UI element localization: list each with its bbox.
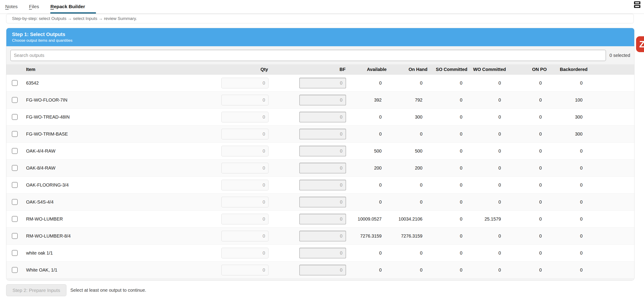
tab-notes-label: otes [8,4,18,9]
on-hand-value: 7276.3159 [387,234,428,239]
row-checkbox[interactable] [12,114,18,120]
bf-input[interactable] [299,112,346,122]
qty-input[interactable] [221,248,268,258]
row-checkbox[interactable] [12,182,18,188]
available-value: 0 [346,114,387,120]
z-badge-letter: Z [639,39,644,49]
step2-prepare-inputs-button[interactable]: Step 2: Prepare Inputs [6,284,66,296]
row-select-cell [6,97,22,103]
row-select-cell [6,199,22,205]
on-hand-value: 10034.2106 [387,217,428,222]
row-checkbox[interactable] [12,199,18,205]
table-row: 63542 0 0 0 0 0 0 [6,75,634,92]
so-committed-value: 0 [428,268,468,273]
table-row: RM-WO-LUMBER-8/4 7276.3159 7276.3159 0 0… [6,228,634,245]
header-bf: BF [268,67,346,72]
row-checkbox[interactable] [12,250,18,256]
on-po-value: 0 [506,165,547,171]
so-committed-value: 0 [428,148,468,154]
tab-notes-accesskey: N [5,4,8,9]
on-po-value: 0 [506,200,547,205]
so-committed-value: 0 [428,182,468,188]
on-hand-value: 0 [387,251,428,256]
backordered-value: 0 [547,268,588,273]
wo-committed-value: 0 [468,131,506,137]
qty-input[interactable] [221,214,268,224]
table-row: OAK-8/4-RAW 200 200 0 0 0 0 [6,160,634,177]
bf-input[interactable] [299,78,346,88]
on-po-value: 0 [506,182,547,188]
step1-title: Step 1: Select Outputs [12,31,634,37]
so-committed-value: 0 [428,165,468,171]
qty-input[interactable] [221,112,268,122]
row-checkbox[interactable] [12,97,18,103]
backordered-value: 0 [547,200,588,205]
bf-input[interactable] [299,231,346,241]
footer-bar: Step 2: Prepare Inputs Select at least o… [6,284,644,296]
bf-input[interactable] [299,95,346,105]
bf-input[interactable] [299,265,346,275]
row-checkbox[interactable] [12,165,18,171]
wo-committed-value: 0 [468,251,506,256]
qty-input[interactable] [221,231,268,241]
qty-input[interactable] [221,78,268,88]
row-checkbox[interactable] [12,148,18,154]
header-qty: Qty [221,67,268,72]
header-on-hand: On Hand [387,67,428,72]
bf-input[interactable] [299,129,346,139]
wo-committed-value: 0 [468,200,506,205]
so-committed-value: 0 [428,80,468,86]
panel-bottom-padding [6,279,634,280]
header-backordered: Backordered [547,67,588,72]
table-row: OAK-4/4-RAW 500 500 0 0 0 0 [6,143,634,160]
row-checkbox[interactable] [12,216,18,222]
tab-notes[interactable]: Notes [5,0,18,13]
row-checkbox[interactable] [12,267,18,273]
step-instructions-note: Step-by-step: select Outputs → select In… [6,14,634,23]
row-checkbox[interactable] [12,80,18,86]
wo-committed-value: 0 [468,268,506,273]
backordered-value: 0 [547,165,588,171]
tab-repack-builder[interactable]: Repack Builder [50,0,96,13]
table-row: FG-WO-TREAD-48IN 0 300 0 0 0 300 [6,109,634,126]
qty-input[interactable] [221,146,268,156]
table-row: white oak 1/1 0 0 0 0 0 0 [6,245,634,262]
so-committed-value: 0 [428,97,468,103]
tab-files[interactable]: Files [29,0,39,13]
so-committed-value: 0 [428,200,468,205]
menu-icon-bar-top [634,1,640,4]
qty-input[interactable] [221,129,268,139]
item-name: RM-WO-LUMBER-8/4 [22,234,221,239]
bf-input[interactable] [299,146,346,156]
row-checkbox[interactable] [12,131,18,137]
z-extension-badge[interactable]: Z [636,36,644,52]
qty-input[interactable] [221,95,268,105]
on-hand-value: 500 [387,148,428,154]
bf-input[interactable] [299,197,346,207]
row-select-cell [6,80,22,86]
row-checkbox[interactable] [12,233,18,239]
row-select-cell [6,114,22,120]
backordered-value: 100 [547,97,588,103]
qty-input[interactable] [221,197,268,207]
bf-input[interactable] [299,248,346,258]
bf-input[interactable] [299,180,346,190]
bf-input[interactable] [299,214,346,224]
header-on-po: ON PO [506,67,547,72]
available-value: 392 [346,97,387,103]
backordered-value: 0 [547,148,588,154]
list-menu-icon[interactable] [634,1,640,8]
bf-input[interactable] [299,163,346,173]
search-outputs-input[interactable] [10,50,606,61]
qty-input[interactable] [221,163,268,173]
outputs-table-body: 63542 0 0 0 0 0 0 FG-WO-FLOOR-7IN 392 79… [6,75,634,279]
step1-subtitle: Choose output items and quantities [12,38,634,43]
available-value: 200 [346,165,387,171]
qty-input[interactable] [221,180,268,190]
available-value: 10009.0527 [346,217,387,222]
selected-count: 0 selected [610,53,630,58]
qty-input[interactable] [221,265,268,275]
wo-committed-value: 0 [468,114,506,120]
backordered-value: 0 [547,217,588,222]
item-name: FG-WO-TRIM-BASE [22,131,221,137]
